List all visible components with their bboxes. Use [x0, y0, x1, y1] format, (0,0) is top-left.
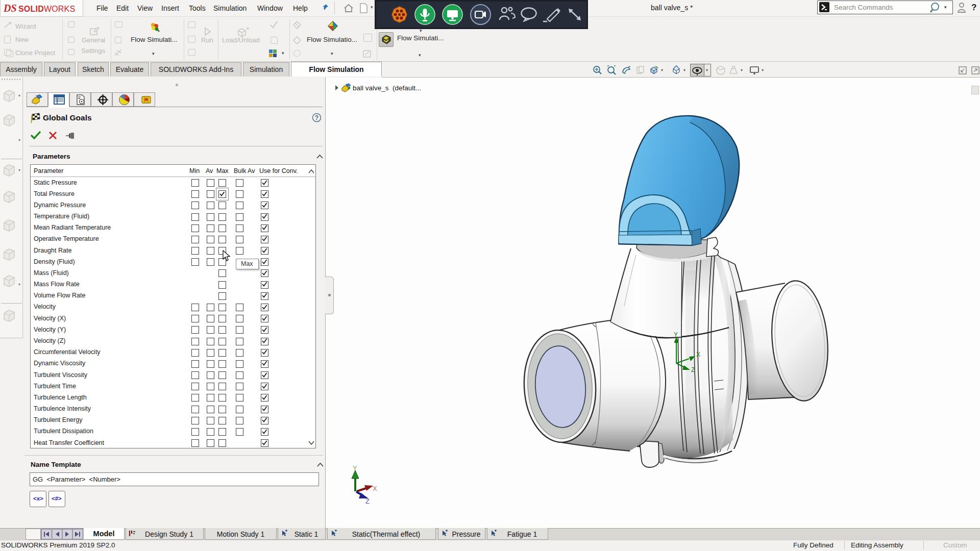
svg-text:X: X — [696, 351, 700, 358]
svg-text:Y: Y — [674, 331, 678, 338]
svg-text:Z: Z — [691, 366, 695, 373]
svg-text:Y: Y — [353, 464, 357, 472]
svg-text:?: ? — [315, 114, 318, 121]
svg-text:X: X — [373, 485, 377, 492]
svg-text:Z: Z — [365, 497, 370, 505]
